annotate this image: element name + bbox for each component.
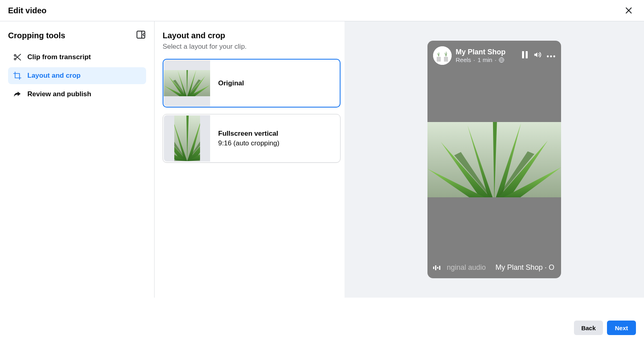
preview-meta: Reels · 1 min · — [456, 56, 506, 63]
sidebar-item-label: Layout and crop — [27, 72, 80, 80]
option-thumbnail — [164, 115, 210, 161]
close-button[interactable] — [621, 3, 636, 18]
svg-rect-14 — [526, 51, 528, 58]
option-subtitle: 9:16 (auto cropping) — [218, 139, 279, 147]
page-title: Edit video — [8, 6, 47, 15]
scissors-icon — [13, 53, 22, 62]
svg-point-15 — [547, 56, 549, 58]
svg-rect-20 — [437, 267, 438, 269]
volume-icon — [533, 51, 542, 59]
avatar — [433, 46, 452, 65]
back-button[interactable]: Back — [574, 321, 603, 335]
audio-bars-icon — [433, 265, 440, 271]
panel-toggle-button[interactable] — [136, 29, 146, 41]
svg-rect-21 — [439, 266, 440, 270]
share-arrow-icon — [13, 90, 22, 99]
reel-preview: My Plant Shop Reels · 1 min · — [427, 41, 561, 278]
globe-icon — [499, 57, 504, 63]
svg-rect-10 — [437, 57, 441, 62]
svg-point-17 — [553, 56, 555, 58]
sidebar-item-layout[interactable]: Layout and crop — [8, 67, 146, 84]
sidebar-item-label: Clip from transcript — [27, 53, 91, 61]
audio-attribution: nginal audio My Plant Shop · O — [447, 263, 554, 272]
preview-area: My Plant Shop Reels · 1 min · — [345, 21, 644, 298]
sidebar-item-review[interactable]: Review and publish — [8, 86, 146, 103]
sidebar-title: Cropping tools — [8, 31, 65, 40]
panel-collapse-icon — [136, 29, 146, 40]
svg-rect-3 — [137, 31, 145, 38]
layout-option-vertical[interactable]: Fullscreen vertical 9:16 (auto cropping) — [163, 114, 341, 163]
next-button[interactable]: Next — [607, 321, 636, 335]
svg-rect-13 — [522, 51, 524, 58]
sidebar-item-label: Review and publish — [27, 90, 91, 98]
svg-point-16 — [550, 56, 552, 58]
volume-button[interactable] — [533, 51, 542, 60]
option-title: Fullscreen vertical — [218, 130, 279, 138]
dots-icon — [547, 55, 555, 58]
svg-point-9 — [433, 46, 452, 65]
preview-video-frame — [427, 122, 561, 197]
crop-icon — [13, 71, 22, 80]
option-title: Original — [218, 79, 244, 87]
layout-option-original[interactable]: Original — [163, 59, 341, 108]
more-button[interactable] — [547, 52, 555, 59]
svg-rect-18 — [433, 267, 434, 269]
option-thumbnail — [164, 60, 210, 106]
svg-rect-19 — [435, 265, 436, 270]
sidebar-item-clip[interactable]: Clip from transcript — [8, 49, 146, 66]
section-title: Layout and crop — [163, 31, 341, 40]
close-icon — [624, 6, 633, 15]
pause-button[interactable] — [522, 51, 528, 60]
section-subtitle: Select a layout for your clip. — [163, 43, 341, 51]
preview-page-name: My Plant Shop — [456, 48, 506, 57]
svg-rect-11 — [444, 57, 448, 62]
pause-icon — [522, 51, 528, 58]
